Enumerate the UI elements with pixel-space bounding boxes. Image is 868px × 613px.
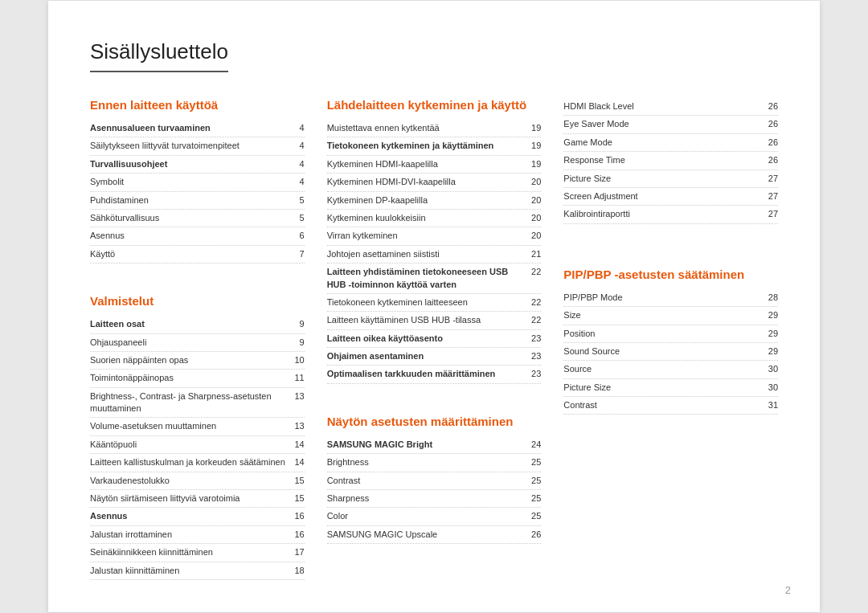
toc-item: HDMI Black Level 26: [563, 98, 778, 116]
toc-item: Asennus 16: [90, 508, 305, 525]
toc-item: Virran kytkeminen 20: [327, 227, 542, 245]
toc-item: Laitteen oikea käyttöasento 23: [327, 330, 542, 348]
section-items-pip: PIP/PBP Mode 28 Size 29 Position 29 Soun…: [563, 289, 778, 415]
section-items-lahde: Muistettava ennen kytkentää 19 Tietokone…: [327, 120, 542, 384]
toc-item: Volume-asetuksen muuttaminen 13: [90, 418, 305, 435]
toc-item: Picture Size 27: [563, 170, 778, 188]
toc-item: Tietokoneen kytkeminen ja käyttäminen 19: [327, 137, 542, 155]
spacer: [327, 384, 542, 400]
toc-item: Ohjaimen asentaminen 23: [327, 348, 542, 366]
toc-item: Source 30: [563, 361, 778, 378]
toc-item: Sähköturvallisuus 5: [90, 210, 305, 227]
page-title: Sisällysluettelo: [90, 39, 228, 72]
section-title-pip: PIP/PBP -asetusten säätäminen: [563, 268, 778, 281]
section-title-lahde: Lähdelaitteen kytkeminen ja käyttö: [327, 98, 542, 112]
column-2: Lähdelaitteen kytkeminen ja käyttö Muist…: [327, 98, 564, 580]
toc-item: SAMSUNG MAGIC Upscale 26: [327, 526, 542, 544]
page: Sisällysluettelo Ennen laitteen käyttöä …: [48, 1, 820, 612]
column-1: Ennen laitteen käyttöä Asennusalueen tur…: [90, 98, 327, 580]
toc-item: Suorien näppäinten opas 10: [90, 352, 305, 370]
toc-item: Brightness 25: [327, 454, 542, 472]
toc-item: Varkaudenestolukko 15: [90, 472, 305, 490]
section-title-valmistelut: Valmistelut: [90, 294, 305, 308]
toc-item: Asennus 6: [90, 227, 305, 245]
toc-item: Turvallisuusohjeet 4: [90, 156, 305, 174]
toc-item: Contrast 25: [327, 472, 542, 490]
column-3: HDMI Black Level 26 Eye Saver Mode 26 Ga…: [563, 98, 778, 580]
toc-item: Ohjauspaneeli 9: [90, 334, 305, 352]
toc-item: Position 29: [563, 325, 778, 343]
section-title-ennen: Ennen laitteen käyttöä: [90, 98, 305, 112]
toc-item: Screen Adjustment 27: [563, 188, 778, 206]
toc-item: Kalibrointiraportti 27: [563, 206, 778, 223]
toc-item: Näytön siirtämiseen liittyviä varotoimia…: [90, 490, 305, 508]
toc-item: Kytkeminen DP-kaapelilla 20: [327, 192, 542, 210]
section-items-nayton: SAMSUNG MAGIC Bright 24 Brightness 25 Co…: [327, 436, 542, 544]
section-items-extra: HDMI Black Level 26 Eye Saver Mode 26 Ga…: [563, 98, 778, 224]
toc-item: PIP/PBP Mode 28: [563, 289, 778, 307]
toc-item: Säilytykseen liittyvät turvatoimenpiteet…: [90, 137, 305, 155]
section-items-valmistelut: Laitteen osat 9 Ohjauspaneeli 9 Suorien …: [90, 316, 305, 580]
toc-item: SAMSUNG MAGIC Bright 24: [327, 436, 542, 454]
toc-item: Game Mode 26: [563, 134, 778, 152]
toc-item: Eye Saver Mode 26: [563, 116, 778, 133]
toc-item: Käyttö 7: [90, 246, 305, 264]
toc-item: Laitteen osat 9: [90, 316, 305, 333]
columns-container: Ennen laitteen käyttöä Asennusalueen tur…: [90, 98, 778, 580]
toc-item: Kytkeminen HDMI-kaapelilla 19: [327, 156, 542, 174]
toc-item: Kääntöpuoli 14: [90, 436, 305, 454]
toc-item: Sound Source 29: [563, 343, 778, 361]
toc-item: Johtojen asettaminen siististi 21: [327, 246, 542, 264]
section-title-nayton: Näytön asetusten määrittäminen: [327, 415, 542, 428]
toc-item: Color 25: [327, 508, 542, 525]
section-items-ennen: Asennusalueen turvaaminen 4 Säilytykseen…: [90, 120, 305, 264]
toc-item: Laitteen käyttäminen USB HUB -tilassa 22: [327, 312, 542, 329]
toc-item: Sharpness 25: [327, 490, 542, 508]
toc-item: Optimaalisen tarkkuuden määrittäminen 23: [327, 366, 542, 383]
toc-item: Puhdistaminen 5: [90, 192, 305, 210]
toc-item: Size 29: [563, 307, 778, 325]
spacer: [90, 264, 305, 280]
spacer: [563, 224, 778, 253]
toc-item: Jalustan irrottaminen 16: [90, 526, 305, 544]
toc-item: Toimintonäppäinopas 11: [90, 370, 305, 387]
toc-item: Response Time 26: [563, 152, 778, 170]
toc-item: Muistettava ennen kytkentää 19: [327, 120, 542, 137]
toc-item: Symbolit 4: [90, 174, 305, 191]
toc-item: Laitteen kallistuskulman ja korkeuden sä…: [90, 454, 305, 472]
toc-item: Jalustan kiinnittäminen 18: [90, 562, 305, 580]
toc-item: Contrast 31: [563, 397, 778, 415]
toc-item: Laitteen yhdistäminen tietokoneeseen USB…: [327, 264, 542, 294]
toc-item: Seinäkiinnikkeen kiinnittäminen 17: [90, 544, 305, 562]
toc-item: Tietokoneen kytkeminen laitteeseen 22: [327, 294, 542, 312]
toc-item: Brightness-, Contrast- ja Sharpness-aset…: [90, 388, 305, 419]
toc-item: Picture Size 30: [563, 379, 778, 397]
toc-item: Asennusalueen turvaaminen 4: [90, 120, 305, 137]
page-number: 2: [785, 584, 791, 596]
toc-item: Kytkeminen HDMI-DVI-kaapelilla 20: [327, 174, 542, 191]
toc-item: Kytkeminen kuulokkeisiin 20: [327, 210, 542, 227]
